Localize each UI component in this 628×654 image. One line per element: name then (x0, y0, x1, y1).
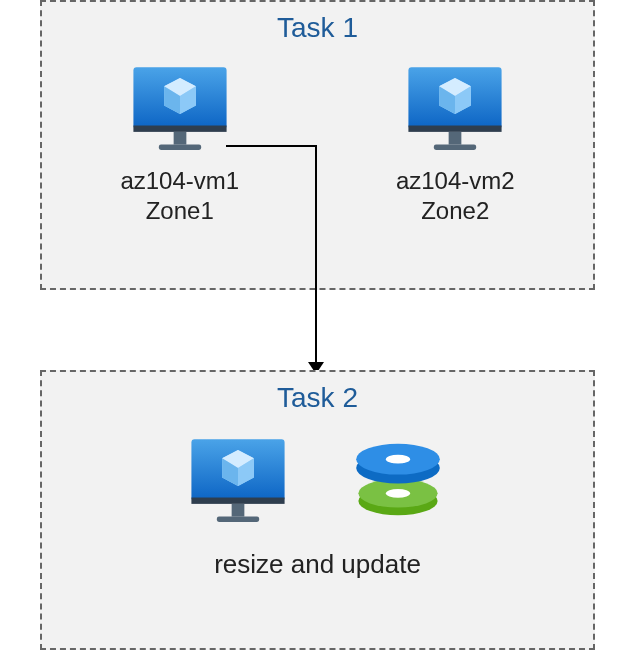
arrow-horizontal (226, 145, 316, 147)
task1-title: Task 1 (42, 12, 593, 44)
vm1-item: az104-vm1 Zone1 (120, 62, 239, 226)
vm-icon (183, 434, 293, 524)
task1-box: Task 1 az104-vm1 Zone1 az104-vm2 Zone2 (40, 0, 595, 290)
task2-icon-row (42, 434, 593, 524)
vm1-name: az104-vm1 (120, 167, 239, 194)
vm2-item: az104-vm2 Zone2 (396, 62, 515, 226)
task1-vm-row: az104-vm1 Zone1 az104-vm2 Zone2 (42, 62, 593, 226)
vm2-zone: Zone2 (421, 197, 489, 224)
task2-action-label: resize and update (42, 549, 593, 580)
vm-icon (125, 62, 235, 152)
task2-box: Task 2 resize and update (40, 370, 595, 650)
vm-icon (400, 62, 510, 152)
vm2-name: az104-vm2 (396, 167, 515, 194)
vm1-label: az104-vm1 Zone1 (120, 166, 239, 226)
vm2-label: az104-vm2 Zone2 (396, 166, 515, 226)
disk-icon (343, 434, 453, 524)
arrow-vertical (315, 145, 317, 367)
vm1-zone: Zone1 (146, 197, 214, 224)
task2-title: Task 2 (42, 382, 593, 414)
